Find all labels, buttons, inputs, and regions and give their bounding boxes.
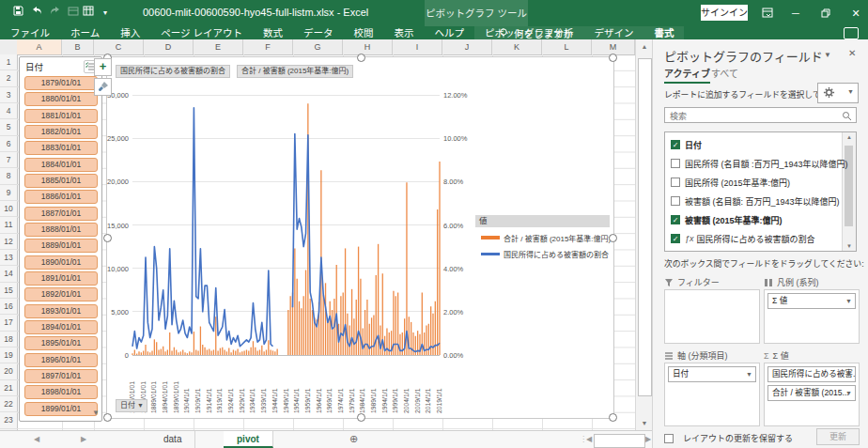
ribbon-tab-8[interactable]: ヘルプ xyxy=(424,26,474,39)
row-header-14[interactable]: 14 xyxy=(0,266,18,282)
row-header-2[interactable]: 2 xyxy=(0,70,18,86)
tools-button[interactable]: ▼ xyxy=(817,83,859,103)
column-header-K[interactable]: K xyxy=(492,39,542,54)
pane-close-icon[interactable]: ✕ xyxy=(848,48,856,58)
filter-area-box[interactable] xyxy=(664,289,760,344)
chart-handle-e[interactable] xyxy=(609,234,617,242)
pane-options-icon[interactable]: ▼ xyxy=(824,51,831,59)
chart-elements-button[interactable]: + xyxy=(94,58,112,76)
chart-handle-sw[interactable] xyxy=(103,413,112,422)
ribbon-tab-3[interactable]: ページ レイアウト xyxy=(150,26,253,39)
slicer-item-1896[interactable]: 1896/01/01 xyxy=(24,353,98,367)
slicer-item-1888[interactable]: 1888/01/01 xyxy=(24,223,98,237)
field-item-1[interactable]: 国民所得 (名目額 :百万円_1943年以降億円) xyxy=(671,155,848,172)
ribbon-tab-5[interactable]: データ xyxy=(293,26,344,39)
area-chip-Σ 値[interactable]: Σ 値▼ xyxy=(767,293,856,309)
slicer-item-1887[interactable]: 1887/01/01 xyxy=(24,207,98,221)
scroll-up-icon[interactable]: ▲ xyxy=(636,43,653,50)
row-header-3[interactable]: 3 xyxy=(0,87,18,103)
ribbon-tab-4[interactable]: 数式 xyxy=(253,26,293,39)
column-header-J[interactable]: J xyxy=(442,39,492,54)
dropdown-icon[interactable]: ▼ xyxy=(845,367,852,381)
checked-checkbox[interactable]: ✓ xyxy=(671,215,680,224)
pane-tab-active[interactable]: アクティブ xyxy=(664,66,710,84)
area-chip-合計 / 被害額 (2015...[interactable]: 合計 / 被害額 (2015...▼ xyxy=(767,385,856,401)
row-header-22[interactable]: 22 xyxy=(0,396,18,412)
ribbon-tab-1[interactable]: ホーム xyxy=(60,26,110,39)
date-slicer[interactable]: 日付 1879/01/011880/01/011881/01/011882/01… xyxy=(19,56,102,422)
row-header-15[interactable]: 15 xyxy=(0,283,18,299)
row-header-6[interactable]: 6 xyxy=(0,136,18,152)
ribbon-contextual-tab-2[interactable]: 書式 xyxy=(643,26,684,39)
chart-styles-button[interactable] xyxy=(94,78,112,96)
field-item-3[interactable]: 被害額 (名目額: 百万円_1943年以降億円) xyxy=(671,193,840,209)
column-header-I[interactable]: I xyxy=(393,39,442,54)
defer-layout-checkbox[interactable] xyxy=(664,434,674,443)
share-comment-icon[interactable] xyxy=(844,27,859,39)
sheet-nav-right-icon[interactable]: ▶ xyxy=(81,435,86,443)
column-header-E[interactable]: E xyxy=(194,39,243,54)
column-header-H[interactable]: H xyxy=(343,39,393,54)
column-header-F[interactable]: F xyxy=(243,39,293,54)
field-item-4[interactable]: ✓被害額 (2015年基準:億円) xyxy=(671,211,783,228)
vertical-scroll-thumb[interactable] xyxy=(638,58,652,396)
row-header-19[interactable]: 19 xyxy=(0,348,18,363)
touch-mode-icon[interactable] xyxy=(68,6,83,21)
row-header-11[interactable]: 11 xyxy=(0,217,18,233)
row-header-9[interactable]: 9 xyxy=(0,185,18,201)
field-item-5[interactable]: ✓ƒx国民所得に占める被害額の割合 xyxy=(671,230,815,247)
slicer-item-1879[interactable]: 1879/01/01 xyxy=(24,76,98,90)
column-header-B[interactable]: B xyxy=(62,39,94,54)
slicer-item-1889[interactable]: 1889/01/01 xyxy=(24,239,98,253)
restore-button[interactable] xyxy=(815,5,836,22)
ribbon-display-options-icon[interactable] xyxy=(757,5,778,22)
slicer-item-1897[interactable]: 1897/01/01 xyxy=(24,369,98,383)
row-header-4[interactable]: 4 xyxy=(0,103,18,119)
slicer-item-1886[interactable]: 1886/01/01 xyxy=(24,190,98,204)
area-chip-日付[interactable]: 日付▼ xyxy=(668,366,756,382)
ribbon-tab-0[interactable]: ファイル xyxy=(0,26,60,39)
checked-checkbox[interactable]: ✓ xyxy=(671,140,680,149)
slicer-item-1899[interactable]: 1899/01/01 xyxy=(24,402,98,416)
row-header-21[interactable]: 21 xyxy=(0,380,18,396)
column-header-A[interactable]: A xyxy=(17,39,62,54)
sheet-tab-pivot[interactable]: pivot xyxy=(224,431,273,448)
axis-area-box[interactable]: 日付▼ xyxy=(664,363,760,426)
save-icon[interactable] xyxy=(13,6,28,21)
ribbon-tab-7[interactable]: 表示 xyxy=(383,26,424,39)
slicer-item-1883[interactable]: 1883/01/01 xyxy=(24,141,98,155)
undo-icon[interactable] xyxy=(31,6,46,21)
row-header-5[interactable]: 5 xyxy=(0,119,18,135)
hscroll-left-icon[interactable]: ◀ xyxy=(586,435,592,443)
chart-handle-s[interactable] xyxy=(357,413,365,422)
scroll-up-icon[interactable]: ▲ xyxy=(843,134,856,140)
dropdown-icon[interactable]: ▼ xyxy=(845,386,852,400)
field-item-0[interactable]: ✓日付 xyxy=(671,136,702,153)
row-header-18[interactable]: 18 xyxy=(0,332,18,348)
column-header-M[interactable]: M xyxy=(592,39,635,54)
column-header-L[interactable]: L xyxy=(542,39,592,54)
checked-checkbox[interactable]: ✓ xyxy=(671,234,680,243)
row-header-12[interactable]: 12 xyxy=(0,234,18,250)
legend-area-box[interactable]: Σ 値▼ xyxy=(764,289,860,344)
close-button[interactable]: ✕ xyxy=(845,5,866,22)
table-icon[interactable] xyxy=(83,6,98,21)
chart-handle-ne[interactable] xyxy=(609,54,617,62)
slicer-item-1885[interactable]: 1885/01/01 xyxy=(24,174,98,188)
chart-handle-w[interactable] xyxy=(103,234,112,242)
chart-axis-field-button[interactable]: 日付 ▼ xyxy=(116,399,147,412)
row-header-23[interactable]: 23 xyxy=(0,412,18,428)
sheet-nav-left-icon[interactable]: ◀ xyxy=(34,435,39,443)
ribbon-tab-6[interactable]: 校閲 xyxy=(343,26,383,39)
row-header-17[interactable]: 17 xyxy=(0,315,18,331)
hscroll-right-icon[interactable]: ▶ xyxy=(645,435,651,443)
row-header-13[interactable]: 13 xyxy=(0,250,18,266)
search-input[interactable]: 検索 xyxy=(664,107,857,123)
dropdown-icon[interactable]: ▼ xyxy=(746,367,752,381)
values-area-box[interactable]: 国民所得に占める被害...▼合計 / 被害額 (2015...▼ xyxy=(764,363,860,426)
scroll-down-icon[interactable]: ▼ xyxy=(843,243,856,249)
row-header-1[interactable]: 1 xyxy=(0,54,18,70)
tell-me-box[interactable]: 何をしますか xyxy=(498,26,573,39)
area-chip-国民所得に占める被害...[interactable]: 国民所得に占める被害...▼ xyxy=(767,366,856,382)
column-header-G[interactable]: G xyxy=(293,39,343,54)
